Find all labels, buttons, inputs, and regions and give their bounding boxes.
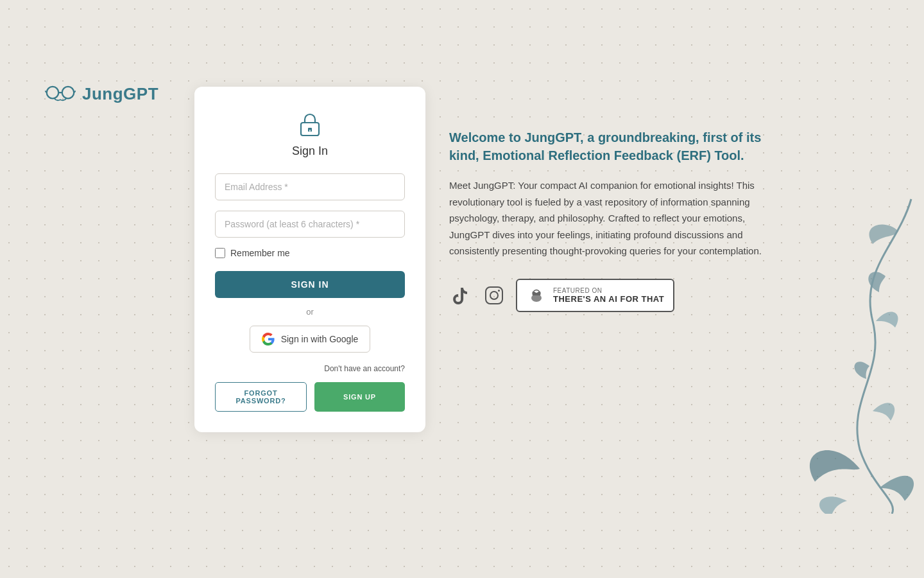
svg-point-10	[498, 290, 500, 292]
social-row: FEATURED ON THERE'S AN AI FOR THAT	[449, 279, 770, 312]
signin-button[interactable]: SIGN IN	[215, 271, 405, 298]
password-group	[215, 211, 405, 238]
remember-checkbox[interactable]	[215, 248, 225, 258]
right-description: Meet JungGPT: Your compact AI companion …	[449, 177, 770, 259]
card-title: Sign In	[292, 144, 328, 158]
remember-label: Remember me	[230, 248, 290, 258]
signup-button[interactable]: SIGN UP	[314, 382, 405, 412]
tiktok-icon[interactable]	[449, 284, 472, 307]
svg-point-0	[47, 87, 58, 98]
svg-point-9	[490, 292, 498, 299]
vine-decoration	[732, 193, 924, 514]
google-signin-label: Sign in with Google	[281, 334, 359, 344]
email-group	[215, 173, 405, 200]
featured-badge-text: FEATURED ON THERE'S AN AI FOR THAT	[553, 287, 664, 304]
logo-text: JungGPT	[82, 84, 158, 104]
google-signin-button[interactable]: Sign in with Google	[250, 326, 371, 353]
remember-row: Remember me	[215, 248, 405, 258]
signin-card: Sign In Remember me SIGN IN or Sign in w…	[194, 87, 425, 432]
password-input[interactable]	[215, 211, 405, 238]
lock-icon	[296, 110, 324, 138]
right-title: Welcome to JungGPT, a groundbreaking, fi…	[449, 128, 770, 164]
no-account-text: Don't have an account?	[215, 364, 405, 373]
logo: JungGPT	[45, 83, 158, 104]
card-header: Sign In	[215, 110, 405, 158]
svg-point-1	[62, 87, 74, 98]
right-panel: Welcome to JungGPT, a groundbreaking, fi…	[449, 128, 770, 322]
instagram-icon[interactable]	[483, 284, 506, 307]
svg-rect-8	[486, 287, 502, 304]
featured-badge: FEATURED ON THERE'S AN AI FOR THAT	[516, 279, 674, 312]
forgot-password-button[interactable]: FORGOT PASSWORD?	[215, 382, 307, 412]
logo-icon	[45, 83, 76, 104]
bottom-buttons: FORGOT PASSWORD? SIGN UP	[215, 382, 405, 412]
or-divider: or	[215, 307, 405, 317]
google-icon	[262, 333, 275, 346]
email-input[interactable]	[215, 173, 405, 200]
featured-badge-icon	[526, 285, 547, 306]
